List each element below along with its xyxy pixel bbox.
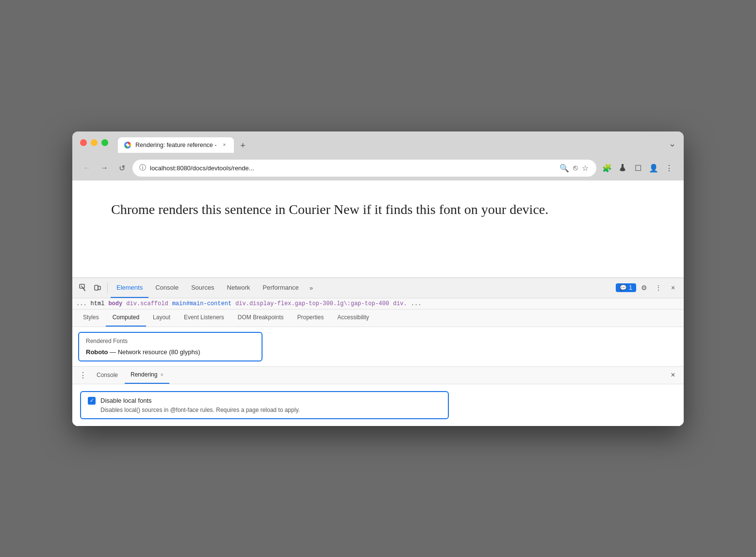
- bookmark-icon[interactable]: ☆: [581, 163, 590, 174]
- page-content: Chrome renders this sentence in Courier …: [72, 180, 684, 278]
- performance-badge-icon[interactable]: [616, 161, 629, 175]
- drawer-more-button[interactable]: ⋮: [76, 368, 90, 382]
- notification-badge[interactable]: 💬 1: [616, 283, 636, 292]
- forward-icon: →: [100, 164, 108, 172]
- svg-rect-2: [622, 164, 624, 167]
- window-controls: ⌄: [669, 138, 676, 152]
- menu-icon[interactable]: ⋮: [662, 161, 676, 175]
- breadcrumb-main[interactable]: main#main-content: [172, 300, 231, 307]
- disable-local-fonts-option: ✓ Disable local fonts Disables local() s…: [80, 391, 449, 419]
- url-actions: 🔍 ⎋ ☆: [559, 163, 590, 174]
- profile-icon[interactable]: 👤: [647, 161, 660, 175]
- page-text: Chrome renders this sentence in Courier …: [111, 200, 645, 219]
- breadcrumb-more-start[interactable]: ...: [76, 300, 87, 307]
- reload-button[interactable]: ↺: [115, 161, 129, 175]
- styles-tab-event-listeners[interactable]: Event Listeners: [177, 309, 231, 327]
- title-bar: Rendering: feature reference - × + ⌄: [72, 131, 684, 157]
- browser-window: Rendering: feature reference - × + ⌄ ← →…: [72, 131, 684, 426]
- drawer-close-button[interactable]: ×: [666, 368, 680, 382]
- kebab-icon: ⋮: [655, 284, 662, 292]
- rendering-content: ✓ Disable local fonts Disables local() s…: [72, 384, 684, 426]
- option-header: ✓ Disable local fonts: [88, 397, 441, 405]
- styles-tab-layout[interactable]: Layout: [146, 309, 177, 327]
- back-button[interactable]: ←: [80, 161, 94, 175]
- tab-close-button[interactable]: ×: [220, 141, 228, 149]
- tab-performance[interactable]: Performance: [257, 278, 304, 298]
- devtools-menu-button[interactable]: ⋮: [652, 281, 665, 295]
- chevron-down-icon: ⌄: [669, 138, 676, 149]
- traffic-lights: [80, 139, 108, 146]
- option-label: Disable local fonts: [100, 397, 152, 404]
- url-bar[interactable]: ⓘ localhost:8080/docs/devtools/rende... …: [132, 160, 596, 177]
- maximize-traffic-light[interactable]: [101, 139, 108, 146]
- styles-tab-styles[interactable]: Styles: [76, 309, 106, 327]
- info-icon: ⓘ: [139, 164, 146, 172]
- option-description: Disables local() sources in @font-face r…: [100, 407, 441, 413]
- flask-icon: [618, 164, 627, 172]
- font-dash: —: [110, 348, 118, 356]
- tab-title: Rendering: feature reference -: [135, 142, 216, 148]
- chrome-icon: [124, 141, 131, 149]
- devtools-settings-button[interactable]: ⚙: [637, 281, 651, 295]
- svg-rect-6: [98, 286, 100, 290]
- tabs-row: Rendering: feature reference - × +: [118, 137, 249, 153]
- drawer-tab-close[interactable]: ×: [160, 372, 163, 377]
- breadcrumb-div-scaffold[interactable]: div.scaffold: [126, 300, 168, 307]
- device-icon[interactable]: [91, 281, 104, 295]
- breadcrumb-body[interactable]: body: [108, 300, 122, 307]
- toolbar-right: 🧩 ☐ 👤 ⋮: [600, 161, 676, 175]
- disable-local-fonts-checkbox[interactable]: ✓: [88, 397, 96, 405]
- breadcrumb-div-last[interactable]: div.: [393, 300, 407, 307]
- breadcrumb-html[interactable]: html: [91, 300, 105, 307]
- styles-tabs: Styles Computed Layout Event Listeners D…: [72, 310, 684, 327]
- styles-tab-dom-breakpoints[interactable]: DOM Breakpoints: [231, 309, 291, 327]
- checkmark-icon: ✓: [90, 398, 94, 403]
- drawer-tab-console[interactable]: Console: [91, 366, 124, 384]
- active-tab[interactable]: Rendering: feature reference - ×: [118, 137, 234, 153]
- reload-icon: ↺: [119, 164, 125, 173]
- breadcrumb-more-end[interactable]: ...: [411, 300, 422, 307]
- devtools-main-tabs: Elements Console Sources Network Perform…: [72, 278, 684, 298]
- font-source: Network resource (80 glyphs): [118, 348, 200, 356]
- devtools-close-button[interactable]: ×: [666, 281, 680, 295]
- zoom-icon[interactable]: 🔍: [559, 163, 570, 174]
- gear-icon: ⚙: [641, 284, 647, 292]
- rendered-fonts-section: Rendered Fonts Roboto — Network resource…: [72, 327, 684, 366]
- sidebar-icon[interactable]: ☐: [631, 161, 645, 175]
- close-icon: ×: [671, 284, 675, 292]
- chat-icon: 💬: [620, 284, 627, 291]
- rendered-font-entry: Roboto — Network resource (80 glyphs): [86, 348, 255, 356]
- new-tab-button[interactable]: +: [236, 139, 249, 153]
- tab-console[interactable]: Console: [149, 278, 184, 298]
- url-text: localhost:8080/docs/devtools/rende...: [150, 164, 555, 172]
- styles-tab-computed[interactable]: Computed: [106, 309, 146, 327]
- forward-button[interactable]: →: [98, 161, 111, 175]
- drawer-tabs: ⋮ Console Rendering × ×: [72, 367, 684, 384]
- styles-tab-accessibility[interactable]: Accessibility: [330, 309, 376, 327]
- rendered-fonts-box: Rendered Fonts Roboto — Network resource…: [78, 332, 263, 361]
- tab-sources[interactable]: Sources: [185, 278, 220, 298]
- minimize-traffic-light[interactable]: [91, 139, 98, 146]
- extensions-icon[interactable]: 🧩: [600, 161, 614, 175]
- devtools-panel: Elements Console Sources Network Perform…: [72, 278, 684, 426]
- back-icon: ←: [83, 164, 91, 172]
- close-traffic-light[interactable]: [80, 139, 87, 146]
- tab-network[interactable]: Network: [221, 278, 256, 298]
- breadcrumb-div-flex[interactable]: div.display-flex.gap-top-300.lg\:gap-top…: [235, 300, 389, 307]
- address-bar: ← → ↺ ⓘ localhost:8080/docs/devtools/ren…: [72, 157, 684, 180]
- share-icon[interactable]: ⎋: [572, 163, 579, 173]
- drawer-tab-rendering[interactable]: Rendering ×: [125, 366, 169, 384]
- breadcrumb: ... html body div.scaffold main#main-con…: [72, 298, 684, 310]
- svg-rect-5: [95, 285, 98, 290]
- more-tabs-button[interactable]: »: [306, 278, 317, 298]
- tab-elements[interactable]: Elements: [111, 278, 148, 298]
- rendered-fonts-title: Rendered Fonts: [86, 338, 255, 344]
- inspector-icon[interactable]: [76, 281, 90, 295]
- font-name: Roboto: [86, 348, 108, 356]
- devtools-drawer: ⋮ Console Rendering × × ✓: [72, 366, 684, 426]
- divider: [107, 283, 108, 293]
- styles-tab-properties[interactable]: Properties: [291, 309, 331, 327]
